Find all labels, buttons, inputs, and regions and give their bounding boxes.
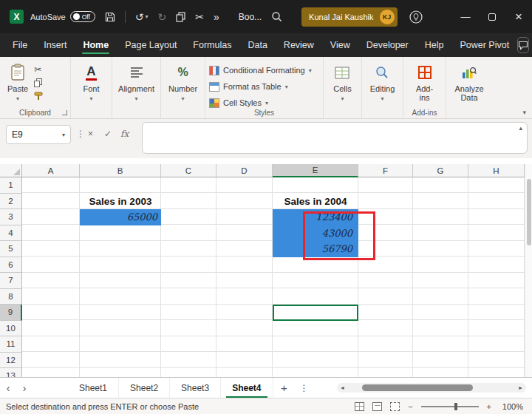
comments-button[interactable] bbox=[517, 37, 529, 53]
paste-button[interactable]: Paste ▾ bbox=[4, 61, 32, 104]
confirm-entry-button[interactable]: ✓ bbox=[104, 129, 112, 139]
column-header-f[interactable]: F bbox=[358, 164, 413, 177]
alignment-menu-button[interactable]: Alignment ▾ bbox=[115, 61, 158, 104]
row-header-5[interactable]: 5 bbox=[0, 241, 22, 257]
column-header-c[interactable]: C bbox=[161, 164, 216, 177]
row-header-3[interactable]: 3 bbox=[0, 209, 22, 225]
tab-developer[interactable]: Developer bbox=[358, 33, 417, 57]
row-header-13[interactable]: 13 bbox=[0, 368, 22, 377]
sheet-tab-sheet2[interactable]: Sheet2 bbox=[119, 378, 170, 398]
quick-access-overflow-icon[interactable]: » bbox=[214, 11, 219, 23]
row-header-11[interactable]: 11 bbox=[0, 336, 22, 353]
cut-button[interactable]: ✂ bbox=[34, 65, 43, 74]
normal-view-icon[interactable] bbox=[355, 402, 364, 411]
tab-home[interactable]: Home bbox=[75, 33, 117, 57]
tab-data[interactable]: Data bbox=[239, 33, 275, 57]
collapse-ribbon-icon[interactable]: ▾ bbox=[522, 109, 526, 116]
format-as-table-button[interactable]: Format as Table ▾ bbox=[209, 80, 312, 93]
row-header-8[interactable]: 8 bbox=[0, 289, 22, 305]
tab-file[interactable]: File bbox=[4, 33, 35, 57]
column-header-a[interactable]: A bbox=[22, 164, 80, 177]
row-header-4[interactable]: 4 bbox=[0, 225, 22, 242]
vertical-scrollbar-thumb[interactable] bbox=[527, 179, 531, 245]
insert-function-button[interactable]: fx bbox=[120, 129, 129, 139]
name-box[interactable]: E9 ▾ bbox=[6, 125, 71, 144]
page-break-view-icon[interactable] bbox=[390, 402, 400, 411]
name-box-dropdown-icon[interactable]: ▾ bbox=[62, 132, 65, 138]
row-header-9[interactable]: 9 bbox=[0, 305, 22, 321]
sheet-nav-next-icon[interactable]: › bbox=[16, 378, 33, 398]
editing-menu-button[interactable]: Editing ▾ bbox=[366, 61, 399, 104]
excel-logo-icon[interactable]: X bbox=[10, 10, 24, 24]
tab-insert[interactable]: Insert bbox=[35, 33, 75, 57]
cell-b3[interactable]: 65000 bbox=[80, 209, 161, 225]
column-header-e[interactable]: E bbox=[273, 164, 358, 177]
minimize-button[interactable]: — bbox=[452, 0, 479, 33]
vertical-scrollbar[interactable] bbox=[525, 164, 532, 377]
tab-help[interactable]: Help bbox=[417, 33, 452, 57]
scroll-left-icon[interactable]: ◄ bbox=[340, 385, 345, 390]
paste-dropdown-icon[interactable]: ▾ bbox=[16, 95, 19, 102]
cell-b2[interactable]: Sales in 2003 bbox=[80, 194, 161, 210]
account-badge[interactable]: Kunal Jai Kaushik KJ bbox=[301, 7, 397, 27]
redo-button[interactable]: ↻ bbox=[157, 11, 166, 23]
addins-button[interactable]: Add-ins bbox=[407, 61, 442, 104]
cells-area[interactable]: Sales in 2003 65000 Sales in 2004 123400… bbox=[22, 177, 525, 377]
tab-formulas[interactable]: Formulas bbox=[185, 33, 239, 57]
save-icon[interactable] bbox=[105, 12, 115, 22]
copy-icon[interactable] bbox=[176, 12, 185, 22]
page-layout-view-icon[interactable] bbox=[372, 402, 382, 411]
sheet-tab-sheet3[interactable]: Sheet3 bbox=[170, 378, 221, 398]
clipboard-dialog-launcher-icon[interactable] bbox=[62, 110, 67, 115]
row-header-10[interactable]: 10 bbox=[0, 321, 22, 337]
lightbulb-icon[interactable] bbox=[409, 10, 423, 24]
all-sheets-menu-icon[interactable]: ⋮ bbox=[296, 378, 313, 398]
autosave-toggle[interactable]: Off bbox=[70, 11, 95, 22]
zoom-slider[interactable] bbox=[421, 406, 479, 407]
row-header-7[interactable]: 7 bbox=[0, 273, 22, 289]
avatar[interactable]: KJ bbox=[380, 10, 395, 24]
row-header-1[interactable]: 1 bbox=[0, 177, 22, 194]
cell-e2[interactable]: Sales in 2004 bbox=[273, 194, 358, 210]
cancel-entry-button[interactable]: × bbox=[88, 129, 93, 139]
formula-input[interactable] bbox=[142, 122, 528, 154]
analyze-data-button[interactable]: Analyze Data bbox=[450, 61, 488, 104]
conditional-formatting-button[interactable]: Conditional Formatting ▾ bbox=[209, 64, 312, 77]
close-button[interactable]: × bbox=[505, 0, 532, 33]
number-menu-button[interactable]: % Number ▾ bbox=[165, 61, 201, 104]
horizontal-scrollbar-thumb[interactable] bbox=[362, 384, 473, 391]
zoom-out-button[interactable]: − bbox=[408, 402, 412, 411]
tab-power-pivot[interactable]: Power Pivot bbox=[451, 33, 517, 57]
formula-bar-drag-handle[interactable]: ⋮ bbox=[76, 129, 85, 139]
undo-button[interactable]: ↺▾ bbox=[135, 11, 149, 23]
row-header-6[interactable]: 6 bbox=[0, 257, 22, 274]
sheet-tab-sheet4[interactable]: Sheet4 bbox=[221, 378, 273, 398]
cut-icon[interactable]: ✂ bbox=[195, 11, 204, 23]
scroll-right-icon[interactable]: ► bbox=[518, 385, 523, 390]
cells-menu-button[interactable]: Cells ▾ bbox=[330, 61, 355, 104]
zoom-slider-thumb[interactable] bbox=[454, 403, 457, 410]
horizontal-scrollbar[interactable]: ◄ ► bbox=[337, 383, 526, 393]
zoom-level[interactable]: 100% bbox=[499, 402, 523, 411]
tab-review[interactable]: Review bbox=[276, 33, 322, 57]
column-header-g[interactable]: G bbox=[413, 164, 468, 177]
zoom-in-button[interactable]: + bbox=[487, 402, 491, 411]
formula-bar-collapse-icon[interactable]: ▴ bbox=[519, 124, 522, 132]
maximize-button[interactable] bbox=[479, 0, 505, 33]
row-header-2[interactable]: 2 bbox=[0, 194, 22, 210]
tab-view[interactable]: View bbox=[322, 33, 358, 57]
select-all-corner[interactable] bbox=[0, 164, 22, 177]
search-icon[interactable] bbox=[271, 11, 282, 22]
tab-page-layout[interactable]: Page Layout bbox=[117, 33, 185, 57]
format-painter-button[interactable] bbox=[34, 92, 43, 101]
copy-button[interactable] bbox=[34, 78, 43, 87]
undo-dropdown-icon[interactable]: ▾ bbox=[145, 13, 148, 20]
workbook-title[interactable]: Boo... bbox=[239, 12, 262, 22]
column-header-h[interactable]: H bbox=[468, 164, 525, 177]
cell-styles-button[interactable]: Cell Styles ▾ bbox=[209, 96, 312, 109]
row-header-12[interactable]: 12 bbox=[0, 353, 22, 369]
column-header-d[interactable]: D bbox=[216, 164, 273, 177]
sheet-tab-sheet1[interactable]: Sheet1 bbox=[68, 378, 119, 398]
selected-cell-e9[interactable] bbox=[273, 305, 358, 321]
font-menu-button[interactable]: A Font ▾ bbox=[79, 61, 103, 104]
